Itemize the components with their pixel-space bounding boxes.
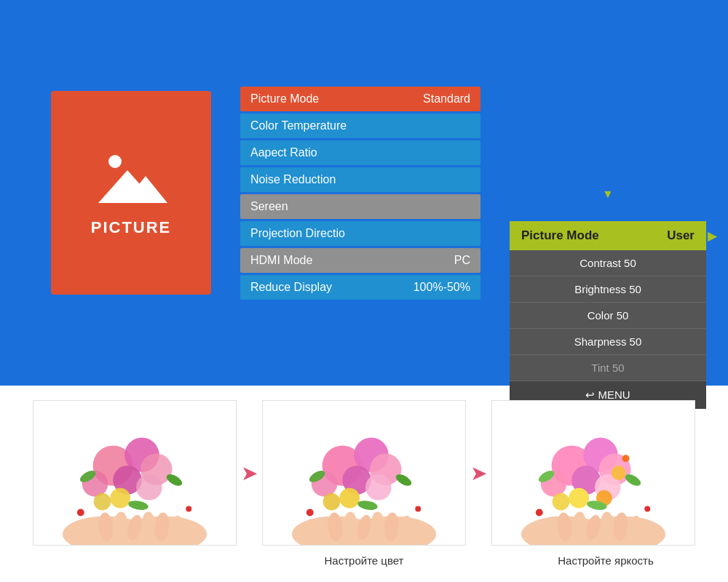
caption-3: Настройте яркость xyxy=(558,554,654,567)
arrow-left-icon: ◀ xyxy=(499,229,508,243)
sub-menu-item-label: Contrast 50 xyxy=(579,257,636,269)
caption-2-space: Настройте цвет xyxy=(262,554,466,567)
sub-menu-item-color[interactable]: Color 50 xyxy=(510,303,706,329)
svg-point-74 xyxy=(622,455,630,462)
picture-box: PICTURE xyxy=(51,91,211,295)
menu-item-label: Sereen xyxy=(250,200,288,213)
svg-point-12 xyxy=(110,488,130,509)
menu-item-label: Reduce Display xyxy=(250,281,332,294)
svg-point-73 xyxy=(644,506,650,512)
screen-area: PICTURE Picture Mode Standard Color Temp… xyxy=(0,0,728,386)
caption-2: Настройте цвет xyxy=(325,554,404,567)
sub-menu-item-label: Sharpness 50 xyxy=(574,335,642,348)
landscape-icon xyxy=(95,148,167,207)
arrow-right-1: ➤ xyxy=(241,461,258,485)
svg-point-61 xyxy=(612,466,626,480)
sub-menu: ◀ Picture Mode User ▶ Contrast 50 Bright… xyxy=(510,221,706,409)
flower-heart-svg-1 xyxy=(33,401,236,545)
menu-item-value: Standard xyxy=(423,92,470,105)
svg-point-0 xyxy=(108,155,122,168)
images-row: ➤ xyxy=(33,400,695,546)
svg-point-24 xyxy=(77,509,84,517)
menu-item-color-temp[interactable]: Color Temperature xyxy=(240,113,480,138)
menu-item-hdmi-mode[interactable]: HDMI Mode PC xyxy=(240,248,480,273)
bottom-section: ➤ xyxy=(0,386,728,582)
menu-item-picture-mode[interactable]: Picture Mode Standard xyxy=(240,87,480,111)
sub-menu-item-contrast[interactable]: Contrast 50 xyxy=(510,250,706,276)
flower-heart-svg-3 xyxy=(492,401,695,545)
svg-point-48 xyxy=(415,506,421,512)
sub-menu-header-value: User xyxy=(667,228,695,243)
menu-item-label: Color Temperature xyxy=(250,119,347,132)
svg-point-11 xyxy=(136,474,162,501)
caption-3-space: Настройте яркость xyxy=(504,554,708,567)
svg-point-34 xyxy=(365,474,392,501)
menu-item-sereen[interactable]: Sereen xyxy=(240,194,480,219)
arrow-right-icon: ▶ xyxy=(708,229,716,243)
sub-menu-header: ◀ Picture Mode User ▶ xyxy=(510,221,706,250)
svg-point-35 xyxy=(339,488,360,509)
sub-menu-footer-label: ↩ MENU xyxy=(585,388,630,401)
svg-point-25 xyxy=(186,506,191,512)
sub-menu-item-tint[interactable]: Tint 50 xyxy=(510,355,706,381)
sub-menu-item-brightness[interactable]: Brightness 50 xyxy=(510,276,706,303)
sub-menu-item-label: Brightness 50 xyxy=(574,283,641,295)
flower-image-1 xyxy=(33,400,237,546)
svg-point-47 xyxy=(306,509,314,517)
svg-point-13 xyxy=(94,493,111,511)
menu-item-label: Picture Mode xyxy=(250,92,319,105)
menu-item-value: 100%-50% xyxy=(414,281,470,294)
main-menu: Picture Mode Standard Color Temperature … xyxy=(240,87,480,300)
svg-point-72 xyxy=(536,509,543,517)
menu-item-label: Projection Directio xyxy=(250,227,345,240)
svg-point-59 xyxy=(553,493,570,511)
flower-image-3 xyxy=(491,400,695,546)
menu-item-reduce-display[interactable]: Reduce Display 100%-50% xyxy=(240,275,480,300)
flower-heart-svg-2 xyxy=(263,401,465,545)
menu-item-projection[interactable]: Projection Directio xyxy=(240,221,480,246)
arrow-right-2: ➤ xyxy=(470,461,487,485)
captions-row: Настройте цвет Настройте яркость xyxy=(0,554,728,567)
flower-image-2 xyxy=(262,400,466,546)
sub-menu-item-label: Color 50 xyxy=(587,309,629,322)
picture-icon xyxy=(95,148,167,210)
sub-menu-item-label: Tint 50 xyxy=(591,362,624,374)
svg-point-58 xyxy=(569,488,589,509)
svg-point-36 xyxy=(323,493,341,511)
picture-text-label: PICTURE xyxy=(91,218,172,237)
sub-menu-item-sharpness[interactable]: Sharpness 50 xyxy=(510,329,706,355)
menu-item-label: Noise Reduction xyxy=(250,173,336,186)
menu-item-label: Aapect Ratio xyxy=(250,146,317,159)
screen-inner: PICTURE Picture Mode Standard Color Temp… xyxy=(51,25,677,360)
arrow-down-icon: ▼ xyxy=(510,188,706,201)
menu-item-aspect-ratio[interactable]: Aapect Ratio xyxy=(240,140,480,165)
sub-menu-header-label: Picture Mode xyxy=(521,228,599,243)
menu-item-label: HDMI Mode xyxy=(250,254,312,267)
menu-item-value: PC xyxy=(454,254,470,267)
menu-item-noise-reduction[interactable]: Noise Reduction xyxy=(240,167,480,192)
